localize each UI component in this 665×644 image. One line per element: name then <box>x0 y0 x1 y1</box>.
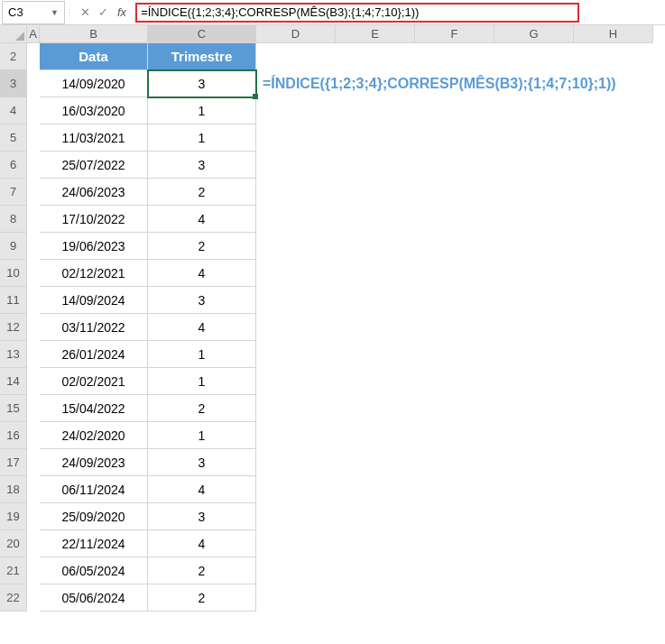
cell[interactable] <box>494 530 574 557</box>
cell[interactable] <box>415 124 494 152</box>
cell-data[interactable]: 15/04/2022 <box>40 395 148 422</box>
cell-data[interactable]: 02/02/2021 <box>40 368 148 395</box>
cell[interactable] <box>27 179 40 206</box>
cell-data[interactable]: 22/11/2024 <box>40 530 148 557</box>
cell[interactable] <box>336 476 415 503</box>
row-header[interactable]: 10 <box>0 260 27 287</box>
cell[interactable] <box>27 530 40 557</box>
cell[interactable] <box>27 314 40 341</box>
cell[interactable] <box>415 43 494 70</box>
cell[interactable] <box>256 422 336 449</box>
cell-data[interactable]: 25/07/2022 <box>40 152 148 179</box>
cell[interactable] <box>574 503 653 530</box>
cell[interactable] <box>336 206 415 233</box>
cell[interactable] <box>574 206 653 233</box>
table-header-trimestre[interactable]: Trimestre <box>148 43 256 70</box>
row-header[interactable]: 3 <box>0 70 27 97</box>
cell[interactable] <box>494 422 574 449</box>
cell[interactable] <box>27 233 40 260</box>
cell[interactable] <box>256 341 336 368</box>
cell[interactable] <box>574 233 653 260</box>
cell[interactable] <box>415 449 494 476</box>
cell[interactable] <box>494 557 574 584</box>
cell[interactable] <box>415 395 494 422</box>
cancel-icon[interactable]: ✕ <box>78 5 92 19</box>
col-header-F[interactable]: F <box>415 25 494 43</box>
accept-icon[interactable]: ✓ <box>96 5 110 19</box>
cell[interactable] <box>256 503 336 530</box>
cell[interactable] <box>494 476 574 503</box>
row-header[interactable]: 6 <box>0 152 27 179</box>
cell[interactable] <box>415 476 494 503</box>
row-header[interactable]: 16 <box>0 422 27 449</box>
cell[interactable] <box>336 233 415 260</box>
cell-trimestre[interactable]: 4 <box>148 314 256 341</box>
cell[interactable] <box>256 557 336 584</box>
row-header[interactable]: 20 <box>0 530 27 557</box>
cell[interactable] <box>336 124 415 152</box>
row-header[interactable]: 2 <box>0 43 27 70</box>
cell-data[interactable]: 17/10/2022 <box>40 206 148 233</box>
cell-data[interactable]: 05/06/2024 <box>40 584 148 612</box>
cell[interactable] <box>256 530 336 557</box>
cell[interactable] <box>27 70 40 97</box>
cell[interactable] <box>27 341 40 368</box>
fx-icon[interactable]: fx <box>114 5 130 19</box>
cell-data[interactable]: 02/12/2021 <box>40 260 148 287</box>
cell[interactable] <box>336 530 415 557</box>
row-header[interactable]: 12 <box>0 314 27 341</box>
col-header-C[interactable]: C <box>148 25 256 43</box>
cell-data[interactable]: 24/06/2023 <box>40 179 148 206</box>
cell[interactable] <box>336 422 415 449</box>
cell-trimestre[interactable]: 2 <box>148 395 256 422</box>
cell[interactable] <box>415 179 494 206</box>
cell[interactable] <box>574 260 653 287</box>
row-header[interactable]: 21 <box>0 557 27 584</box>
cell-trimestre[interactable]: 4 <box>148 476 256 503</box>
cell[interactable] <box>336 395 415 422</box>
cell[interactable] <box>574 395 653 422</box>
cell[interactable] <box>574 368 653 395</box>
cell-trimestre[interactable]: 4 <box>148 530 256 557</box>
cell[interactable] <box>27 422 40 449</box>
cell[interactable] <box>336 584 415 612</box>
cell[interactable] <box>494 368 574 395</box>
cell[interactable] <box>415 314 494 341</box>
cell[interactable] <box>574 314 653 341</box>
cell[interactable] <box>256 287 336 314</box>
name-box-dropdown-icon[interactable]: ▼ <box>51 8 59 17</box>
cell-trimestre[interactable]: 2 <box>148 584 256 612</box>
col-header-G[interactable]: G <box>494 25 574 43</box>
cell[interactable] <box>256 97 336 124</box>
cell[interactable] <box>256 314 336 341</box>
cell[interactable] <box>27 124 40 152</box>
cell[interactable] <box>415 287 494 314</box>
cell[interactable] <box>256 476 336 503</box>
cell[interactable] <box>415 422 494 449</box>
cell[interactable] <box>27 260 40 287</box>
col-header-A[interactable]: A <box>27 25 40 43</box>
cell[interactable] <box>494 341 574 368</box>
select-all-corner[interactable] <box>0 25 27 43</box>
cell-trimestre[interactable]: 3 <box>148 449 256 476</box>
cell[interactable] <box>27 584 40 612</box>
cell[interactable] <box>494 233 574 260</box>
cell-trimestre[interactable]: 1 <box>148 368 256 395</box>
cell[interactable] <box>415 97 494 124</box>
cell[interactable] <box>336 179 415 206</box>
cell-trimestre[interactable]: 1 <box>148 422 256 449</box>
cell[interactable] <box>574 179 653 206</box>
cell[interactable] <box>27 395 40 422</box>
cell[interactable] <box>415 260 494 287</box>
cell[interactable] <box>27 368 40 395</box>
cell-trimestre[interactable]: 2 <box>148 233 256 260</box>
cell[interactable] <box>336 260 415 287</box>
cell[interactable] <box>336 152 415 179</box>
col-header-E[interactable]: E <box>336 25 415 43</box>
cell[interactable] <box>574 584 653 612</box>
cell-trimestre[interactable]: 1 <box>148 341 256 368</box>
cell[interactable] <box>574 152 653 179</box>
name-box[interactable]: C3 ▼ <box>2 1 65 24</box>
cell[interactable] <box>494 179 574 206</box>
cell[interactable] <box>27 557 40 584</box>
